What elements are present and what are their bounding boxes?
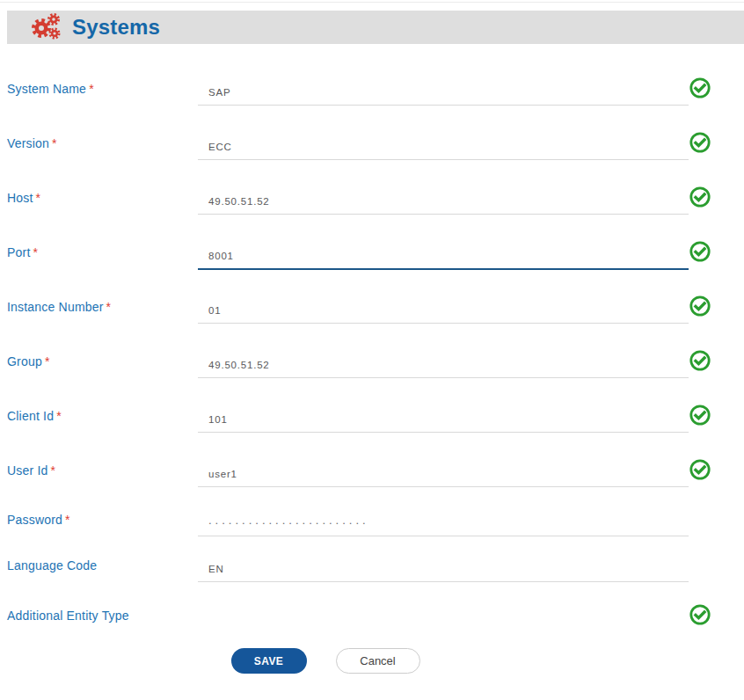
field-label: Group* <box>7 354 50 368</box>
form-row-system-name: System Name* SAP <box>0 82 744 136</box>
input-system-name[interactable]: SAP <box>198 82 689 106</box>
form-row-password: Password* ........................ <box>0 513 744 558</box>
input-value: 01 <box>208 305 221 316</box>
valid-check-icon <box>689 459 711 480</box>
field-label-text: Instance Number <box>7 300 104 314</box>
input-value: 49.50.51.52 <box>208 196 270 207</box>
field-label-text: Additional Entity Type <box>7 609 129 623</box>
save-button[interactable]: SAVE <box>231 648 307 674</box>
field-label: System Name* <box>7 82 94 96</box>
field-label-text: Group <box>7 354 42 368</box>
field-label-text: Version <box>7 136 49 150</box>
required-asterisk: * <box>52 136 57 150</box>
field-label-text: Host <box>7 191 33 205</box>
field-label: Additional Entity Type* <box>7 609 129 623</box>
input-version[interactable]: ECC <box>198 136 689 160</box>
form-row-version: Version* ECC <box>0 136 744 191</box>
cancel-button[interactable]: Cancel <box>336 648 420 674</box>
form-row-port: Port* 8001 <box>0 245 744 300</box>
required-asterisk: * <box>51 463 56 478</box>
gears-icon <box>28 12 62 42</box>
form-row-user-id: User Id* user1 <box>0 463 744 513</box>
field-label: Version* <box>7 136 57 150</box>
input-instance-number[interactable]: 01 <box>198 300 689 324</box>
form-row-group: Group* 49.50.51.52 <box>0 354 744 409</box>
input-value: 8001 <box>208 251 234 261</box>
required-asterisk: * <box>89 82 94 96</box>
field-label: Client Id* <box>7 409 62 423</box>
form-row-language-code: Language Code* EN <box>0 558 744 609</box>
form-actions: SAVE Cancel <box>0 648 697 674</box>
field-label-text: Port <box>7 245 30 259</box>
valid-check-icon <box>689 405 711 426</box>
form-row-instance-number: Instance Number* 01 <box>0 300 744 354</box>
field-label-text: Password <box>7 513 62 527</box>
systems-form: System Name* SAP Version* ECC Host* 49.5… <box>0 44 744 674</box>
valid-check-icon <box>689 132 711 153</box>
input-value: EN <box>208 564 224 574</box>
field-label: User Id* <box>7 463 55 478</box>
valid-check-icon <box>689 295 711 317</box>
input-host[interactable]: 49.50.51.52 <box>198 191 689 215</box>
valid-check-icon <box>689 241 711 262</box>
valid-check-icon <box>689 186 711 208</box>
input-value: SAP <box>208 87 230 98</box>
input-language-code[interactable]: EN <box>198 558 689 582</box>
input-client-id[interactable]: 101 <box>198 409 689 433</box>
required-asterisk: * <box>33 245 38 259</box>
field-label: Password* <box>7 513 70 527</box>
input-password[interactable]: ........................ <box>198 513 689 536</box>
input-value: ECC <box>208 142 232 152</box>
form-row-additional-entity-type: Additional Entity Type* <box>0 609 744 645</box>
field-label-text: Language Code <box>7 558 97 572</box>
form-row-client-id: Client Id* 101 <box>0 409 744 463</box>
input-group[interactable]: 49.50.51.52 <box>198 354 689 378</box>
form-row-host: Host* 49.50.51.52 <box>0 191 744 245</box>
field-label-text: Client Id <box>7 409 54 423</box>
input-port[interactable]: 8001 <box>198 245 689 270</box>
required-asterisk: * <box>106 300 112 314</box>
required-asterisk: * <box>56 409 62 423</box>
valid-check-icon <box>689 77 711 98</box>
field-label: Host* <box>7 191 40 205</box>
input-additional-entity-type[interactable] <box>198 609 689 631</box>
valid-check-icon <box>689 604 711 625</box>
required-asterisk: * <box>36 191 41 205</box>
field-label-text: User Id <box>7 463 48 478</box>
top-divider <box>0 2 744 3</box>
page-header: Systems <box>7 11 744 44</box>
input-value: ........................ <box>208 514 369 527</box>
input-user-id[interactable]: user1 <box>198 463 689 487</box>
field-label-text: System Name <box>7 82 86 96</box>
form-rows: System Name* SAP Version* ECC Host* 49.5… <box>0 82 744 645</box>
required-asterisk: * <box>65 513 70 527</box>
input-value: 49.50.51.52 <box>208 360 270 370</box>
page-title: Systems <box>72 17 160 38</box>
field-label: Port* <box>7 245 38 259</box>
field-label: Instance Number* <box>7 300 111 314</box>
valid-check-icon <box>689 350 711 371</box>
input-value: 101 <box>208 414 228 425</box>
input-value: user1 <box>208 469 237 479</box>
field-label: Language Code* <box>7 558 97 572</box>
required-asterisk: * <box>45 354 50 368</box>
